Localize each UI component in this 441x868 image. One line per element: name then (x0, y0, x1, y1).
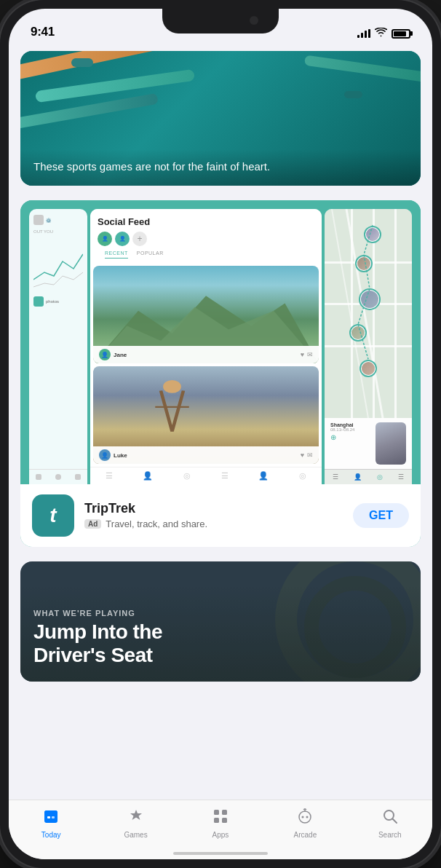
svg-rect-10 (44, 810, 57, 815)
svg-line-6 (364, 255, 370, 289)
tab-today[interactable]: Today (29, 808, 73, 839)
triptrek-left-panel: ⚙️ OUT YOU photos (29, 209, 87, 484)
triptrek-text: TripTrek Ad Travel, track, and share. (84, 501, 343, 530)
status-time: 9:41 (31, 25, 55, 39)
tab-popular[interactable]: POPULAR (137, 250, 164, 259)
triptrek-screenshots: ⚙️ OUT YOU photos (20, 200, 421, 484)
sports-description: These sports games are not for the faint… (33, 159, 408, 174)
svg-point-19 (306, 816, 309, 818)
luke-name: Luke (114, 452, 298, 459)
tab-apps[interactable]: Apps (199, 808, 242, 839)
driving-text: WHAT WE'RE PLAYING Jump Into theDriver's… (33, 609, 408, 667)
sports-card-text: These sports games are not for the faint… (20, 149, 421, 186)
games-label: Games (124, 831, 147, 839)
status-icons (357, 28, 410, 39)
ad-badge: Ad (84, 519, 101, 529)
add-avatar: + (132, 232, 147, 246)
driving-title: Jump Into theDriver's Seat (33, 620, 408, 667)
sports-decoration (20, 51, 421, 138)
svg-rect-11 (47, 816, 50, 818)
arcade-label: Arcade (294, 831, 317, 839)
svg-point-2 (163, 380, 181, 393)
search-label: Search (378, 831, 402, 839)
map-area (325, 209, 412, 418)
luke-avatar: 👤 (99, 449, 111, 461)
avatar-2: 👤 (115, 232, 130, 246)
today-icon (42, 808, 60, 828)
content-area: These sports games are not for the faint… (9, 45, 432, 800)
tab-bar: Today Games (9, 800, 432, 859)
notch (162, 9, 279, 33)
driving-label: WHAT WE'RE PLAYING (33, 609, 408, 618)
svg-line-8 (358, 324, 368, 359)
get-button[interactable]: GET (353, 503, 409, 528)
svg-point-17 (299, 811, 311, 823)
triptrek-map-panel: Shanghai 08.13–08.24 ⊕ ☰ (325, 209, 412, 484)
triptrek-app-icon: t (32, 494, 74, 537)
driving-card[interactable]: WHAT WE'RE PLAYING Jump Into theDriver's… (20, 561, 421, 682)
games-icon (127, 808, 145, 828)
svg-rect-15 (214, 818, 219, 823)
post-jane: 👤 Jane ♥ ✉ (93, 266, 319, 363)
svg-rect-14 (222, 810, 227, 815)
svg-rect-16 (222, 818, 227, 823)
screen: 9:41 (9, 9, 432, 859)
triptrek-info-bar: t TripTrek Ad Travel, track, and share. … (20, 484, 421, 547)
today-label: Today (41, 831, 61, 839)
post-luke: 👤 Luke ♥ ✉ (93, 366, 319, 464)
svg-rect-12 (52, 816, 55, 818)
apps-label: Apps (212, 831, 229, 839)
svg-rect-13 (214, 810, 219, 815)
jane-name: Jane (114, 352, 298, 358)
location-date: 08.13–08.24 (330, 427, 354, 432)
social-feed-title: Social Feed (98, 216, 314, 227)
signal-icon (357, 29, 370, 38)
tab-recent[interactable]: RECENT (105, 250, 128, 259)
triptrek-tagline: Travel, track, and share. (106, 518, 207, 529)
battery-icon (392, 29, 410, 39)
svg-point-18 (302, 816, 304, 818)
triptrek-name: TripTrek (84, 501, 343, 516)
svg-line-7 (358, 288, 370, 324)
triptrek-center-panel: Social Feed 👤 👤 + RECENT POPULAR (90, 209, 322, 484)
avatar-1: 👤 (98, 232, 112, 246)
home-indicator (173, 852, 268, 855)
svg-line-5 (364, 225, 373, 254)
jane-avatar: 👤 (99, 349, 111, 360)
map-bottom: Shanghai 08.13–08.24 ⊕ (325, 418, 412, 469)
photos-label: photos (46, 299, 59, 304)
sports-card[interactable]: These sports games are not for the faint… (20, 51, 421, 186)
location-photo (376, 422, 406, 465)
apps-icon (212, 808, 229, 828)
search-icon (381, 808, 399, 828)
tab-arcade[interactable]: Arcade (283, 808, 327, 839)
arcade-icon (296, 808, 314, 828)
tab-search[interactable]: Search (368, 808, 412, 839)
svg-line-21 (392, 819, 397, 824)
location-label: Shanghai (330, 422, 354, 427)
wifi-icon (375, 28, 387, 39)
tab-games[interactable]: Games (114, 808, 158, 839)
triptrek-card[interactable]: ⚙️ OUT YOU photos (20, 200, 421, 547)
phone-shell: 9:41 (0, 0, 441, 868)
